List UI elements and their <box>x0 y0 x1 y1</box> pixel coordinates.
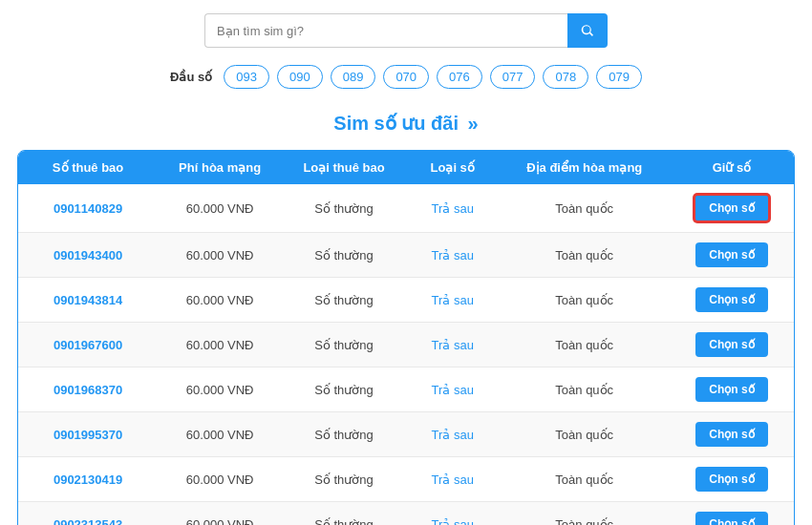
cell-action: Chọn số <box>670 502 794 526</box>
chon-so-button[interactable]: Chọn số <box>695 287 767 312</box>
table-header: Số thuê bao Phí hòa mạng Loại thuê bao L… <box>18 151 794 184</box>
chon-so-button[interactable]: Chọn số <box>694 194 769 222</box>
cell-fee: 60.000 VNĐ <box>158 278 282 323</box>
col-action: Giữ số <box>670 151 794 184</box>
phone-link[interactable]: 0901943400 <box>53 248 122 262</box>
cell-type: Số thường <box>282 457 406 502</box>
col-phone: Số thuê bao <box>18 151 158 184</box>
phone-link[interactable]: 0902130419 <box>53 472 122 487</box>
cell-phone: 0901140829 <box>18 184 158 233</box>
cell-action: Chọn số <box>670 184 794 233</box>
cell-loai: Trả sau <box>406 278 499 323</box>
table-row: 090196760060.000 VNĐSố thườngTrả sauToàn… <box>18 323 794 368</box>
cell-loai: Trả sau <box>406 502 499 526</box>
cell-fee: 60.000 VNĐ <box>158 184 282 233</box>
prefix-tag-093[interactable]: 093 <box>224 65 269 89</box>
cell-type: Số thường <box>282 368 406 412</box>
phone-link[interactable]: 0901995370 <box>53 428 122 442</box>
cell-type: Số thường <box>282 323 406 368</box>
phone-link[interactable]: 0901140829 <box>53 201 122 216</box>
cell-fee: 60.000 VNĐ <box>158 412 282 457</box>
table-row: 090114082960.000 VNĐSố thườngTrả sauToàn… <box>18 184 794 233</box>
prefix-label: Đầu số <box>170 70 212 84</box>
table-row: 090196837060.000 VNĐSố thườngTrả sauToàn… <box>18 368 794 412</box>
cell-phone: 0901995370 <box>18 412 158 457</box>
phone-link[interactable]: 0901968370 <box>53 383 122 397</box>
prefix-tag-079[interactable]: 079 <box>596 65 642 89</box>
cell-phone: 0902130419 <box>18 457 158 502</box>
prefix-tag-076[interactable]: 076 <box>437 65 482 89</box>
phone-link[interactable]: 0901967600 <box>53 338 122 352</box>
cell-type: Số thường <box>282 278 406 323</box>
prefix-tag-077[interactable]: 077 <box>490 65 536 89</box>
cell-location: Toàn quốc <box>499 457 670 502</box>
table-row: 090194340060.000 VNĐSố thườngTrả sauToàn… <box>18 233 794 278</box>
chon-so-button[interactable]: Chọn số <box>695 377 767 402</box>
table-row: 090231354360.000 VNĐSố thườngTrả sauToàn… <box>18 502 794 526</box>
sim-table-container: Số thuê bao Phí hòa mạng Loại thuê bao L… <box>17 150 795 525</box>
cell-loai: Trả sau <box>406 323 499 368</box>
search-input[interactable] <box>204 13 567 48</box>
cell-action: Chọn số <box>670 368 794 412</box>
chon-so-button[interactable]: Chọn số <box>695 422 767 447</box>
cell-location: Toàn quốc <box>499 184 670 233</box>
cell-phone: 0901943400 <box>18 233 158 278</box>
cell-loai: Trả sau <box>406 412 499 457</box>
col-location: Địa điểm hòa mạng <box>499 151 670 184</box>
col-type: Loại thuê bao <box>282 151 406 184</box>
cell-action: Chọn số <box>670 278 794 323</box>
cell-loai: Trả sau <box>406 233 499 278</box>
sim-table: Số thuê bao Phí hòa mạng Loại thuê bao L… <box>18 151 794 525</box>
cell-phone: 0901943814 <box>18 278 158 323</box>
chon-so-button[interactable]: Chọn số <box>695 512 767 525</box>
cell-phone: 0901967600 <box>18 323 158 368</box>
prefix-tag-070[interactable]: 070 <box>383 65 429 89</box>
cell-fee: 60.000 VNĐ <box>158 502 282 526</box>
cell-type: Số thường <box>282 412 406 457</box>
table-row: 090199537060.000 VNĐSố thườngTrả sauToàn… <box>18 412 794 457</box>
col-loai: Loại số <box>406 151 499 184</box>
prefix-bar: Đầu số 093090089070076077078079 <box>0 57 812 102</box>
prefix-tag-089[interactable]: 089 <box>331 65 376 89</box>
cell-loai: Trả sau <box>406 457 499 502</box>
cell-fee: 60.000 VNĐ <box>158 368 282 412</box>
cell-type: Số thường <box>282 184 406 233</box>
cell-fee: 60.000 VNĐ <box>158 233 282 278</box>
cell-location: Toàn quốc <box>499 502 670 526</box>
cell-action: Chọn số <box>670 323 794 368</box>
search-button[interactable] <box>567 13 608 48</box>
chon-so-button[interactable]: Chọn số <box>695 242 767 267</box>
table-body: 090114082960.000 VNĐSố thườngTrả sauToàn… <box>18 184 794 525</box>
cell-loai: Trả sau <box>406 184 499 233</box>
table-row: 090194381460.000 VNĐSố thườngTrả sauToàn… <box>18 278 794 323</box>
cell-location: Toàn quốc <box>499 233 670 278</box>
phone-link[interactable]: 0901943814 <box>53 293 122 307</box>
cell-location: Toàn quốc <box>499 368 670 412</box>
cell-fee: 60.000 VNĐ <box>158 323 282 368</box>
cell-type: Số thường <box>282 233 406 278</box>
cell-loai: Trả sau <box>406 368 499 412</box>
col-fee: Phí hòa mạng <box>158 151 282 184</box>
cell-action: Chọn số <box>670 457 794 502</box>
cell-phone: 0901968370 <box>18 368 158 412</box>
cell-type: Số thường <box>282 502 406 526</box>
chon-so-button[interactable]: Chọn số <box>695 467 767 492</box>
phone-link[interactable]: 0902313543 <box>53 517 122 526</box>
section-title: Sim số ưu đãi » <box>0 102 812 150</box>
cell-location: Toàn quốc <box>499 412 670 457</box>
cell-phone: 0902313543 <box>18 502 158 526</box>
cell-location: Toàn quốc <box>499 323 670 368</box>
prefix-tag-090[interactable]: 090 <box>277 65 323 89</box>
chon-so-button[interactable]: Chọn số <box>695 332 767 357</box>
table-row: 090213041960.000 VNĐSố thườngTrả sauToàn… <box>18 457 794 502</box>
search-area <box>0 0 812 57</box>
cell-fee: 60.000 VNĐ <box>158 457 282 502</box>
prefix-tag-078[interactable]: 078 <box>543 65 588 89</box>
cell-location: Toàn quốc <box>499 278 670 323</box>
cell-action: Chọn số <box>670 233 794 278</box>
cell-action: Chọn số <box>670 412 794 457</box>
search-icon <box>580 23 595 38</box>
